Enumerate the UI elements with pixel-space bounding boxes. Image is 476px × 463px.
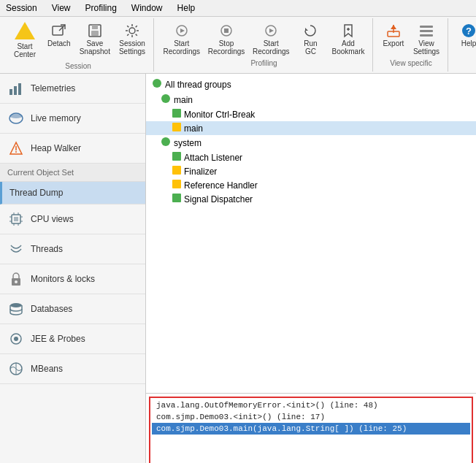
sidebar-threads-label: Threads — [31, 244, 63, 254]
svg-rect-23 — [9, 89, 12, 95]
sidebar-item-monitors-locks[interactable]: Monitors & locks — [0, 264, 145, 294]
heap-walker-icon — [7, 139, 25, 157]
menu-session[interactable]: Session — [3, 1, 40, 15]
finalizer-icon — [172, 166, 181, 177]
add-bookmark-label: Add Bookmark — [331, 39, 364, 56]
tree-item-main-group[interactable]: main — [146, 92, 476, 107]
stack-line-3[interactable]: com.sjmp.Demo03.main(java.lang.String[ ]… — [152, 423, 470, 435]
svg-point-41 — [15, 280, 18, 283]
stack-trace-panel[interactable]: java.lang.OutOfMemoryError.<init>() (lin… — [149, 397, 473, 463]
svg-marker-17 — [391, 25, 396, 29]
detach-icon — [50, 22, 68, 39]
sidebar-current-object-set: Current Object Set — [0, 164, 145, 182]
svg-rect-53 — [172, 166, 181, 175]
tree-item-system-group[interactable]: system — [146, 135, 476, 150]
view-settings-button[interactable]: View Settings — [410, 20, 443, 58]
menu-help[interactable]: Help — [174, 1, 199, 15]
tree-item-attach-listener[interactable]: Attach Listener — [146, 150, 476, 164]
toolbar-profiling-label: Profiling — [250, 59, 277, 67]
sidebar: Telemetries Live memory Heap Walker Curr… — [0, 74, 146, 463]
toolbar-session-buttons: Start Center Detach Save Snapshot Sessio… — [7, 20, 149, 61]
mbeans-icon — [7, 360, 25, 378]
menu-profiling[interactable]: Profiling — [82, 1, 120, 15]
sidebar-item-telemetries[interactable]: Telemetries — [0, 74, 145, 104]
main-thread-icon — [172, 123, 181, 134]
sidebar-monitors-locks-label: Monitors & locks — [31, 274, 95, 284]
session-settings-label: Session Settings — [119, 39, 145, 56]
start-center-button[interactable]: Start Center — [7, 20, 42, 61]
svg-rect-49 — [172, 109, 181, 118]
stop-recordings-button[interactable]: Stop Recordings — [204, 20, 247, 58]
svg-rect-24 — [14, 86, 17, 95]
toolbar-profiling-group: Start Recordings Stop Recordings Start R… — [156, 18, 373, 72]
start-recordings-label: Start Recordings — [163, 39, 200, 56]
tree-item-monitor-ctrl-break[interactable]: Monitor Ctrl-Break — [146, 107, 476, 121]
attach-listener-label: Attach Listener — [184, 153, 242, 163]
export-button[interactable]: Export — [379, 20, 408, 58]
sidebar-item-databases[interactable]: Databases — [0, 294, 145, 324]
toolbar-view-specific-group: Export View Settings View specific — [375, 18, 448, 72]
svg-rect-31 — [14, 217, 18, 221]
menu-bar: Session View Profiling Window Help — [0, 0, 476, 17]
view-settings-label: View Settings — [413, 39, 439, 56]
svg-point-51 — [161, 137, 170, 146]
menu-view[interactable]: View — [49, 1, 74, 15]
sidebar-item-thread-dump[interactable]: Thread Dump — [0, 182, 145, 204]
telemetries-icon — [7, 80, 25, 97]
export-icon — [385, 22, 402, 39]
tree-item-finalizer[interactable]: Finalizer — [146, 164, 476, 178]
tree-item-reference-handler[interactable]: Reference Handler — [146, 178, 476, 192]
svg-point-42 — [10, 303, 22, 307]
reference-handler-label: Reference Handler — [184, 180, 258, 191]
start-recordings2-button[interactable]: Start Recordings — [250, 20, 293, 58]
session-settings-button[interactable]: Session Settings — [115, 20, 149, 61]
sidebar-item-mbeans[interactable]: MBeans — [0, 354, 145, 384]
sidebar-cpu-views-label: CPU views — [31, 214, 74, 224]
svg-point-5 — [129, 28, 135, 34]
tree-item-main-thread[interactable]: main — [146, 121, 476, 135]
toolbar-profiling-buttons: Start Recordings Stop Recordings Start R… — [160, 20, 368, 58]
tree-item-signal-dispatcher[interactable]: Signal Dispatcher — [146, 192, 476, 206]
help-label: Help — [461, 39, 476, 47]
tree-item-all-thread-groups[interactable]: All thread groups — [146, 77, 476, 92]
toolbar-view-specific-label: View specific — [390, 59, 432, 67]
detach-button[interactable]: Detach — [44, 20, 74, 61]
add-bookmark-button[interactable]: Add Bookmark — [329, 20, 368, 58]
svg-rect-0 — [53, 26, 63, 35]
stop-recordings-label: Stop Recordings — [208, 39, 245, 56]
toolbar-help-buttons: ? Help — [454, 20, 476, 50]
help-button[interactable]: ? Help — [454, 20, 476, 50]
menu-window[interactable]: Window — [128, 1, 166, 15]
sidebar-item-cpu-views[interactable]: CPU views — [0, 204, 145, 234]
sidebar-item-threads[interactable]: Threads — [0, 234, 145, 264]
save-snapshot-button[interactable]: Save Snapshot — [76, 20, 114, 61]
stack-line-2[interactable]: com.sjmp.Demo03.<init>() (line: 17) — [152, 411, 470, 423]
svg-rect-54 — [172, 180, 181, 188]
sidebar-item-live-memory[interactable]: Live memory — [0, 104, 145, 134]
detach-label: Detach — [47, 39, 71, 47]
help-icon: ? — [460, 22, 476, 39]
threads-icon — [7, 240, 25, 258]
thread-tree[interactable]: All thread groups main Monitor Ctrl-Brea… — [146, 74, 476, 394]
save-snapshot-label: Save Snapshot — [80, 39, 110, 56]
add-bookmark-icon — [339, 22, 357, 39]
export-label: Export — [383, 39, 404, 47]
svg-rect-52 — [172, 152, 181, 161]
run-gc-button[interactable]: Run GC — [294, 20, 327, 58]
monitor-ctrl-break-label: Monitor Ctrl-Break — [184, 110, 255, 120]
monitor-ctrl-break-icon — [172, 109, 181, 120]
svg-text:?: ? — [466, 26, 472, 37]
svg-rect-20 — [420, 34, 433, 37]
sidebar-item-heap-walker[interactable]: Heap Walker — [0, 134, 145, 164]
sidebar-item-jee-probes[interactable]: JEE & Probes — [0, 324, 145, 354]
all-thread-groups-icon — [152, 78, 162, 91]
svg-line-1 — [59, 25, 65, 31]
session-settings-icon — [123, 22, 141, 39]
svg-marker-11 — [269, 28, 274, 33]
start-recordings-button[interactable]: Start Recordings — [160, 20, 203, 58]
sidebar-databases-label: Databases — [31, 304, 72, 314]
svg-rect-50 — [172, 123, 181, 131]
svg-rect-9 — [224, 28, 229, 33]
attach-listener-icon — [172, 152, 181, 163]
stack-line-1[interactable]: java.lang.OutOfMemoryError.<init>() (lin… — [152, 399, 470, 411]
